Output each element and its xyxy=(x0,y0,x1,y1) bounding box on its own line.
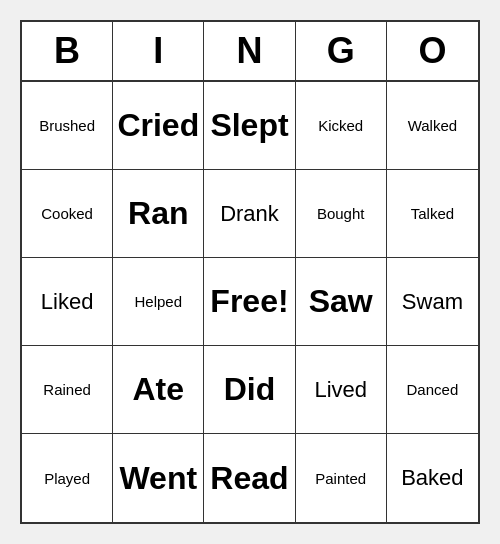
cell-text: Lived xyxy=(314,377,367,403)
bingo-cell: Baked xyxy=(387,434,478,522)
header-letter: B xyxy=(22,22,113,80)
cell-text: Slept xyxy=(210,107,288,144)
cell-text: Read xyxy=(210,460,288,497)
cell-text: Went xyxy=(119,460,197,497)
cell-text: Brushed xyxy=(39,117,95,134)
bingo-cell: Cooked xyxy=(22,170,113,258)
cell-text: Free! xyxy=(210,283,288,320)
header-letter: N xyxy=(204,22,295,80)
cell-text: Ran xyxy=(128,195,188,232)
bingo-cell: Brushed xyxy=(22,82,113,170)
bingo-cell: Walked xyxy=(387,82,478,170)
bingo-cell: Kicked xyxy=(296,82,387,170)
cell-text: Cried xyxy=(117,107,199,144)
cell-text: Walked xyxy=(408,117,457,134)
bingo-cell: Bought xyxy=(296,170,387,258)
bingo-cell: Did xyxy=(204,346,295,434)
bingo-grid: BrushedCriedSleptKickedWalkedCookedRanDr… xyxy=(22,82,478,522)
cell-text: Talked xyxy=(411,205,454,222)
bingo-header: BINGO xyxy=(22,22,478,82)
bingo-card: BINGO BrushedCriedSleptKickedWalkedCooke… xyxy=(20,20,480,524)
bingo-cell: Slept xyxy=(204,82,295,170)
cell-text: Swam xyxy=(402,289,463,315)
cell-text: Danced xyxy=(407,381,459,398)
cell-text: Baked xyxy=(401,465,463,491)
cell-text: Played xyxy=(44,470,90,487)
header-letter: O xyxy=(387,22,478,80)
cell-text: Helped xyxy=(135,293,183,310)
bingo-cell: Read xyxy=(204,434,295,522)
header-letter: G xyxy=(296,22,387,80)
bingo-cell: Danced xyxy=(387,346,478,434)
header-letter: I xyxy=(113,22,204,80)
cell-text: Kicked xyxy=(318,117,363,134)
cell-text: Rained xyxy=(43,381,91,398)
bingo-cell: Free! xyxy=(204,258,295,346)
bingo-cell: Liked xyxy=(22,258,113,346)
cell-text: Cooked xyxy=(41,205,93,222)
cell-text: Liked xyxy=(41,289,94,315)
bingo-cell: Swam xyxy=(387,258,478,346)
bingo-cell: Ate xyxy=(113,346,204,434)
bingo-cell: Ran xyxy=(113,170,204,258)
cell-text: Saw xyxy=(309,283,373,320)
bingo-cell: Played xyxy=(22,434,113,522)
bingo-cell: Rained xyxy=(22,346,113,434)
cell-text: Ate xyxy=(133,371,185,408)
bingo-cell: Lived xyxy=(296,346,387,434)
bingo-cell: Talked xyxy=(387,170,478,258)
bingo-cell: Cried xyxy=(113,82,204,170)
bingo-cell: Went xyxy=(113,434,204,522)
bingo-cell: Drank xyxy=(204,170,295,258)
bingo-cell: Painted xyxy=(296,434,387,522)
cell-text: Bought xyxy=(317,205,365,222)
bingo-cell: Helped xyxy=(113,258,204,346)
cell-text: Did xyxy=(224,371,276,408)
cell-text: Painted xyxy=(315,470,366,487)
bingo-cell: Saw xyxy=(296,258,387,346)
cell-text: Drank xyxy=(220,201,279,227)
